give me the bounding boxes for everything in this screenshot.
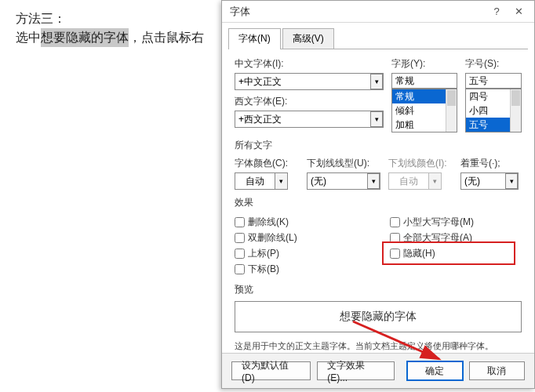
font-dialog: 字体 ? ✕ 字体(N) 高级(V) 中文字体(I): +中文正文 ▾ 西文字体… bbox=[221, 0, 535, 389]
underline-color-combo: 自动 ▾ bbox=[388, 172, 453, 190]
label-preview: 预览 bbox=[235, 283, 522, 296]
titlebar: 字体 ? ✕ bbox=[222, 1, 534, 23]
chk-subscript[interactable]: 下标(B) bbox=[235, 261, 366, 277]
label-underline: 下划线线型(U): bbox=[307, 157, 380, 170]
chevron-down-icon[interactable]: ▾ bbox=[505, 173, 518, 189]
emphasis-combo[interactable]: (无) ▾ bbox=[460, 172, 519, 190]
chevron-down-icon[interactable]: ▾ bbox=[370, 74, 383, 89]
chk-smallcaps[interactable]: 小型大写字母(M) bbox=[390, 214, 522, 230]
help-button[interactable]: ? bbox=[486, 4, 508, 20]
style-input[interactable]: 常规 bbox=[391, 73, 457, 89]
chevron-down-icon: ▾ bbox=[429, 172, 442, 190]
preview-desc: 这是用于中文的正文主题字体。当前文档主题定义将使用哪种字体。 bbox=[235, 340, 522, 352]
chk-double-strike[interactable]: 双删除线(L) bbox=[235, 230, 366, 245]
chk-allcaps[interactable]: 全部大写字母(A) bbox=[390, 230, 522, 245]
close-button[interactable]: ✕ bbox=[508, 4, 530, 20]
west-font-combo[interactable]: +西文正文 ▾ bbox=[235, 111, 384, 128]
label-size: 字号(S): bbox=[465, 57, 522, 71]
dialog-body: 中文字体(I): +中文正文 ▾ 西文字体(E): +西文正文 ▾ 字形(Y):… bbox=[222, 49, 534, 353]
preview-box: 想要隐藏的字体 bbox=[235, 301, 522, 332]
chk-strike[interactable]: 删除线(K) bbox=[235, 214, 366, 230]
defaults-button[interactable]: 设为默认值(D) bbox=[231, 361, 311, 380]
scrollbar[interactable] bbox=[510, 89, 521, 132]
label-cn-font: 中文字体(I): bbox=[235, 57, 384, 71]
font-color-combo[interactable]: 自动 ▾ bbox=[235, 172, 299, 190]
doc-line2: 选中想要隐藏的字体，点击鼠标右 bbox=[16, 28, 204, 47]
size-input[interactable]: 五号 bbox=[465, 73, 522, 89]
cn-font-combo[interactable]: +中文正文 ▾ bbox=[235, 73, 384, 90]
label-style: 字形(Y): bbox=[391, 57, 457, 71]
tab-bar: 字体(N) 高级(V) bbox=[222, 23, 534, 49]
label-effects: 效果 bbox=[235, 196, 522, 209]
dialog-title: 字体 bbox=[230, 5, 486, 19]
label-underline-color: 下划线颜色(I): bbox=[388, 157, 453, 170]
scrollbar[interactable] bbox=[446, 89, 457, 132]
cancel-button[interactable]: 取消 bbox=[469, 361, 525, 380]
underline-combo[interactable]: (无) ▾ bbox=[307, 172, 380, 190]
doc-selection: 想要隐藏的字体 bbox=[41, 28, 129, 47]
dialog-footer: 设为默认值(D) 文字效果(E)... 确定 取消 bbox=[222, 353, 534, 388]
tab-font[interactable]: 字体(N) bbox=[228, 28, 281, 49]
chk-hidden[interactable]: 隐藏(H) bbox=[390, 245, 522, 261]
text-effects-button[interactable]: 文字效果(E)... bbox=[317, 361, 395, 380]
chevron-down-icon[interactable]: ▾ bbox=[367, 173, 380, 189]
chevron-down-icon[interactable]: ▾ bbox=[275, 172, 288, 190]
label-font-color: 字体颜色(C): bbox=[235, 157, 299, 170]
label-west-font: 西文字体(E): bbox=[235, 95, 384, 108]
size-listbox[interactable]: 四号 小四 五号 bbox=[465, 89, 522, 132]
label-emphasis: 着重号(·); bbox=[460, 157, 519, 170]
chevron-down-icon[interactable]: ▾ bbox=[370, 111, 383, 127]
chk-superscript[interactable]: 上标(P) bbox=[235, 245, 366, 261]
ok-button[interactable]: 确定 bbox=[407, 361, 463, 380]
label-all-text: 所有文字 bbox=[235, 139, 522, 152]
doc-background: 方法三： 选中想要隐藏的字体，点击鼠标右 bbox=[16, 9, 204, 47]
tab-advanced[interactable]: 高级(V) bbox=[282, 28, 334, 49]
style-listbox[interactable]: 常规 倾斜 加粗 bbox=[391, 89, 457, 132]
doc-line1: 方法三： bbox=[16, 9, 204, 28]
